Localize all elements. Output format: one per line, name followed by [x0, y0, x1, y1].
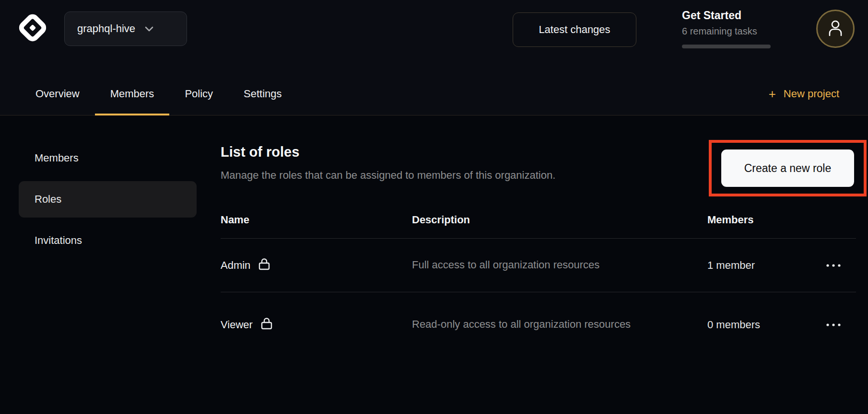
lock-icon: [260, 317, 273, 333]
tab-members[interactable]: Members: [95, 72, 170, 115]
tab-settings[interactable]: Settings: [228, 72, 297, 115]
new-project-button[interactable]: + New project: [769, 72, 839, 115]
table-row-viewer: Viewer Read-only access to all organizat…: [221, 292, 856, 357]
column-header-name: Name: [221, 214, 412, 226]
tab-overview[interactable]: Overview: [20, 72, 95, 115]
user-icon: [827, 19, 844, 38]
org-tab-bar: Overview Members Policy Settings: [20, 72, 297, 115]
top-bar: graphql-hive Latest changes Get Started …: [0, 0, 868, 115]
role-description: Read-only access to all organization res…: [412, 314, 637, 335]
org-selector-label: graphql-hive: [77, 23, 135, 35]
column-header-description: Description: [412, 214, 707, 226]
latest-changes-button[interactable]: Latest changes: [513, 12, 636, 47]
ellipsis-icon: [825, 322, 842, 327]
row-actions-menu-button[interactable]: [822, 319, 845, 331]
ellipsis-icon: [825, 263, 842, 268]
role-name: Admin: [221, 259, 250, 272]
sidebar-item-roles[interactable]: Roles: [19, 181, 197, 218]
role-description: Full access to all organization resource…: [412, 255, 637, 276]
lock-icon: [258, 257, 270, 274]
plus-icon: +: [769, 88, 776, 100]
table-header-row: Name Description Members: [221, 201, 856, 239]
chevron-down-icon: [145, 26, 153, 32]
get-started-widget[interactable]: Get Started 6 remaining tasks: [682, 9, 773, 48]
roles-table: Name Description Members Admin Full acce…: [221, 201, 856, 357]
sidebar-item-members[interactable]: Members: [19, 140, 197, 176]
org-selector[interactable]: graphql-hive: [64, 12, 187, 46]
annotation-highlight-box: Create a new role: [709, 140, 867, 196]
new-project-label: New project: [784, 88, 839, 100]
column-header-members: Members: [707, 214, 810, 226]
get-started-title: Get Started: [682, 9, 773, 23]
user-avatar-button[interactable]: [816, 10, 855, 48]
get-started-progressbar: [682, 45, 771, 48]
members-sidebar: Members Roles Invitations: [19, 140, 197, 264]
role-members-count: 0 members: [707, 319, 810, 331]
get-started-subtitle: 6 remaining tasks: [682, 26, 773, 37]
tab-policy[interactable]: Policy: [169, 72, 228, 115]
table-row-admin: Admin Full access to all organization re…: [221, 239, 856, 292]
role-members-count: 1 member: [707, 259, 810, 272]
role-name: Viewer: [221, 319, 253, 331]
row-actions-menu-button[interactable]: [822, 259, 845, 272]
sidebar-item-invitations[interactable]: Invitations: [19, 222, 197, 259]
hive-logo-icon: [17, 12, 48, 43]
create-new-role-button[interactable]: Create a new role: [721, 150, 854, 187]
